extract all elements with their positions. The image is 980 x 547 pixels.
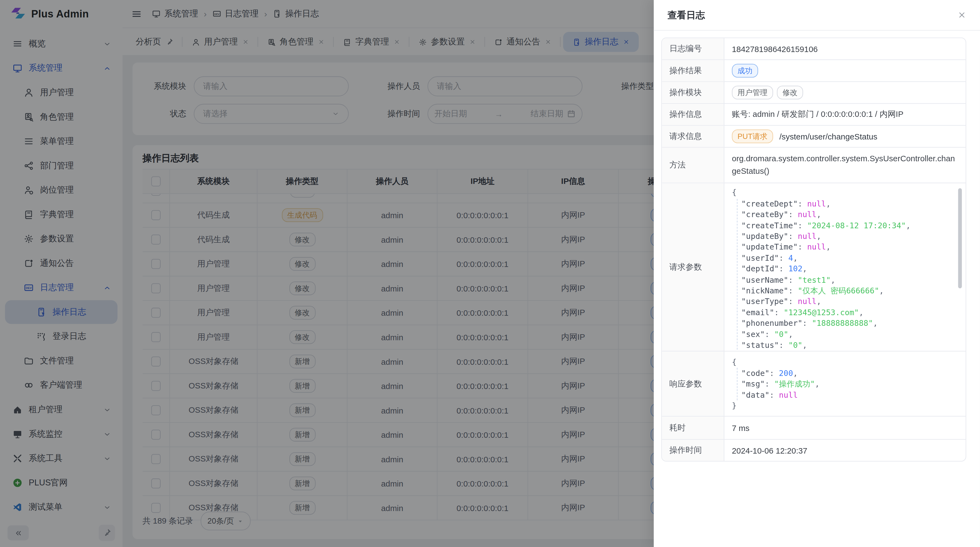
module-tag: 用户管理 [732, 86, 773, 100]
detail-row-request-params: 请求参数 { "createDept": null, "createBy": n… [662, 183, 966, 352]
detail-label: 操作模块 [662, 82, 724, 103]
detail-label: 日志编号 [662, 38, 724, 59]
detail-value-duration: 7 ms [724, 417, 966, 439]
request-params-code: { "createDept": null, "createBy": null, … [724, 183, 966, 351]
module-tag: 修改 [777, 86, 803, 100]
detail-row-time: 操作时间 2024-10-06 12:20:37 [662, 440, 966, 461]
detail-row-result: 操作结果 成功 [662, 60, 966, 82]
detail-label: 操作结果 [662, 60, 724, 81]
detail-label: 请求信息 [662, 126, 724, 147]
detail-row-method: 方法 org.dromara.system.controller.system.… [662, 148, 966, 183]
detail-label: 请求参数 [662, 183, 724, 351]
request-url: /system/user/changeStatus [780, 132, 877, 141]
detail-row-response-params: 响应参数 { "code": 200, "msg": "操作成功", "data… [662, 352, 966, 417]
detail-row-log-id: 日志编号 1842781986426159106 [662, 38, 966, 60]
detail-value-time: 2024-10-06 12:20:37 [724, 440, 966, 461]
app-window: Plus Admin 概览 系统管理 用户管理 [0, 0, 980, 547]
log-detail-table: 日志编号 1842781986426159106 操作结果 成功 操作模块 用户… [661, 38, 966, 462]
detail-value-log-id: 1842781986426159106 [724, 38, 966, 59]
drawer-title: 查看日志 [668, 9, 705, 21]
http-method-tag: PUT请求 [732, 129, 773, 143]
result-tag: 成功 [732, 64, 758, 78]
view-log-drawer: 查看日志 日志编号 1842781986426159106 操作结果 成功 操作… [654, 0, 980, 547]
detail-label: 响应参数 [662, 352, 724, 416]
indent-guide [737, 368, 737, 400]
drawer-header: 查看日志 [654, 0, 980, 30]
detail-row-request: 请求信息 PUT请求 /system/user/changeStatus [662, 126, 966, 147]
detail-value-info: 账号: admin / 研发部门 / 0:0:0:0:0:0:0:1 / 内网I… [724, 104, 966, 125]
close-icon[interactable] [958, 11, 966, 19]
response-params-code: { "code": 200, "msg": "操作成功", "data": nu… [724, 352, 966, 416]
detail-row-info: 操作信息 账号: admin / 研发部门 / 0:0:0:0:0:0:0:1 … [662, 104, 966, 126]
detail-value-method: org.dromara.system.controller.system.Sys… [724, 148, 966, 183]
detail-label: 耗时 [662, 417, 724, 439]
detail-row-module: 操作模块 用户管理修改 [662, 82, 966, 104]
detail-label: 操作信息 [662, 104, 724, 125]
detail-row-duration: 耗时 7 ms [662, 417, 966, 440]
indent-guide [737, 199, 737, 350]
detail-label: 方法 [662, 148, 724, 183]
code-scrollbar[interactable] [958, 188, 962, 289]
detail-label: 操作时间 [662, 440, 724, 461]
